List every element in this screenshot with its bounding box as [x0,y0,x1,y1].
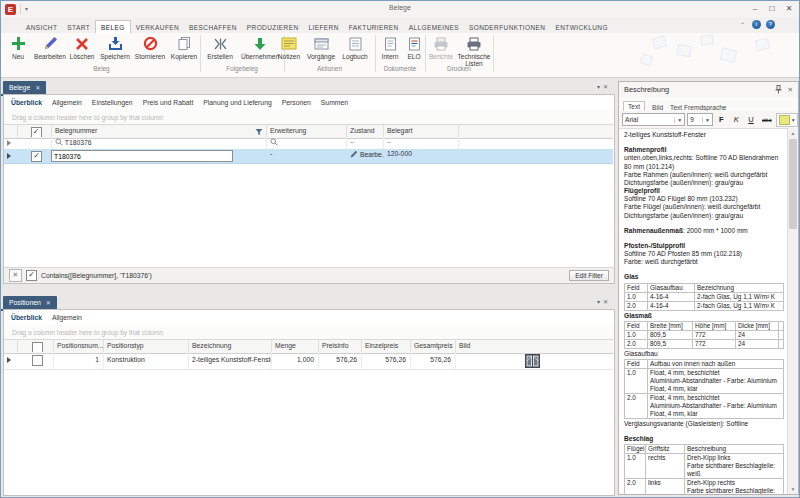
cell-positionstyp[interactable]: Konstruktion [104,352,189,369]
elo-button[interactable]: ELO [403,35,425,60]
positionen-data-row[interactable]: 1 Konstruktion 2-teiliges Kunststoff-Fen… [4,352,613,370]
scroll-up-icon[interactable]: ▲ [788,128,798,138]
ribbon-tab-verkaufen[interactable]: VERKAUFEN [131,21,184,33]
subtab-allgemein[interactable]: Allgemein [52,99,82,106]
subtab-summen[interactable]: Summen [321,99,348,106]
scrollbar-thumb[interactable] [789,139,797,229]
tabstrip-dropdown-icon[interactable]: ▾✕ [597,298,611,305]
maximize-button[interactable]: ☐ [764,2,780,15]
filter-cell-belegart[interactable]: – [384,137,459,149]
ribbon-tab-liefern[interactable]: LIEFERN [304,21,344,33]
cell-einzelpreis[interactable]: 576,26 [362,352,411,369]
edit-filter-button[interactable]: Edit Filter [569,270,609,281]
column-header-belegnummer[interactable]: Belegnummer [52,125,267,137]
collapse-ribbon-icon[interactable]: ⌃ [740,21,745,28]
select-all-column-header[interactable]: ✓ [18,125,52,137]
ribbon-tab-fakturieren[interactable]: FAKTURIEREN [344,21,404,33]
column-header-bezeichnung[interactable]: Bezeichnung [189,340,272,352]
bearbeiten-button[interactable]: Bearbeiten [33,35,67,60]
ribbon-tab-start[interactable]: START [62,21,95,33]
belegnummer-editor-input[interactable] [51,150,233,162]
speichern-button[interactable]: Speichern [97,35,133,60]
font-family-combo[interactable]: Arial ▼ [622,113,685,126]
group-by-panel[interactable]: Drag a column header here to group by th… [4,110,614,125]
column-header-positionsnummer[interactable]: Positionsnum... [54,340,104,352]
document-tab-belege[interactable]: Belege ✕ [3,81,46,94]
subtab-allgemein[interactable]: Allgemein [52,314,82,321]
subtab-planung-und-lieferung[interactable]: Planung und Lieferung [203,99,271,106]
ribbon-tab-produzieren[interactable]: PRODUZIEREN [242,21,304,33]
subtab-preis-und-rabatt[interactable]: Preis und Rabatt [143,99,194,106]
italic-button[interactable]: K [730,113,743,127]
loeschen-button[interactable]: Löschen [67,35,97,60]
tab-bild[interactable]: Bild [652,104,663,111]
column-header-gesamtpreis[interactable]: Gesamtpreis [411,340,456,352]
cell-erweiterung[interactable]: - [267,149,347,163]
group-by-panel[interactable]: Drag a column header here to group by th… [4,325,614,340]
column-header-positionstyp[interactable]: Positionstyp [104,340,189,352]
cell-positionsnummer[interactable]: 1 [54,352,104,369]
column-header-zustand[interactable]: Zustand [347,125,384,137]
cell-menge[interactable]: 1,000 [272,352,319,369]
column-header-belegart[interactable]: Belegart [384,125,459,137]
cell-gesamtpreis[interactable]: 576,26 [411,352,456,369]
cell-bild[interactable] [456,352,613,369]
logbuch-button[interactable]: Logbuch [339,35,371,60]
kopieren-button[interactable]: Kopieren [167,35,201,60]
filter-enabled-checkbox[interactable]: ✓ [26,270,37,281]
tab-text-fremdsprache[interactable]: Text Fremdsprache [670,104,726,111]
close-tab-icon[interactable]: ✕ [35,84,40,91]
richtext-content[interactable]: 2-teiliges Kunststoff-Fenster Rahmenprof… [619,128,788,494]
help-badge[interactable]: ? [766,20,775,29]
ribbon-tab-beleg[interactable]: BELEG [95,20,131,33]
minimize-button[interactable]: – [747,2,763,15]
subtab-einstellungen[interactable]: Einstellungen [92,99,133,106]
close-button[interactable]: ✕ [781,2,797,15]
info-badge[interactable]: i [752,20,761,29]
column-header-einzelpreis[interactable]: Einzelpreis [362,340,411,352]
bold-button[interactable]: F [715,113,728,127]
subtab-ueberblick[interactable]: Überblick [11,99,42,106]
ribbon-tab-beschaffen[interactable]: BESCHAFFEN [184,21,242,33]
ribbon-tab-sonderfunktionen[interactable]: SONDERFUNKTIONEN [464,21,550,33]
close-tab-icon[interactable]: ✕ [46,299,51,306]
strikethrough-button[interactable]: abc [759,113,774,127]
font-size-combo[interactable]: 9 ▼ [687,113,713,126]
document-tab-positionen[interactable]: Positionen ✕ [3,296,57,309]
select-all-column-header[interactable] [18,340,54,352]
notizen-button[interactable]: Notizen [273,35,305,60]
ribbon-tab-entwicklung[interactable]: ENTWICKLUNG [550,21,612,33]
column-header-erweiterung[interactable]: Erweiterung [267,125,347,137]
highlight-color-button[interactable]: ▼ [776,113,798,127]
cell-belegart[interactable]: 120-000 [384,149,459,163]
tabstrip-dropdown-icon[interactable]: ▾✕ [597,83,611,90]
vorgaenge-button[interactable]: Vorgänge [305,35,337,60]
underline-button[interactable]: U [745,113,758,127]
neu-button[interactable]: Neu [5,35,31,60]
pin-icon[interactable] [775,85,782,94]
technische-listen-button[interactable]: Technische Listen [455,35,493,68]
cell-bezeichnung[interactable]: 2-teiliges Kunststoff-Fenster [189,352,272,369]
cell-preisinfo[interactable]: 576,26 [319,352,362,369]
intern-button[interactable]: Intern [377,35,403,60]
scroll-down-icon[interactable]: ▼ [788,484,798,494]
remove-filter-button[interactable]: ✕ [9,269,22,282]
filter-cell-zustand[interactable]: – [347,137,384,149]
stornieren-button[interactable]: Stornieren [133,35,167,60]
cell-zustand[interactable]: Bearbe... [347,149,384,163]
subtab-personen[interactable]: Personen [282,99,311,106]
ribbon-tab-allgemeines[interactable]: ALLGEMEINES [404,21,464,33]
belege-data-row[interactable]: ✓ - Bearbe... 120-000 [4,149,613,164]
erstellen-button[interactable]: Erstellen [203,35,237,60]
select-all-checkbox[interactable]: ✓ [31,127,42,137]
select-all-checkbox[interactable] [32,342,43,352]
filter-cell-erweiterung[interactable] [267,137,347,149]
subtab-ueberblick[interactable]: Überblick [11,314,42,321]
close-panel-icon[interactable]: ✕ [788,86,793,94]
berichte-button[interactable]: Berichte [427,35,455,60]
filter-cell-belegnummer[interactable]: T180376 [52,137,267,149]
row-checkbox[interactable]: ✓ [31,151,42,162]
column-header-bild[interactable]: Bild [456,340,613,352]
ribbon-tab-ansicht[interactable]: ANSICHT [21,21,62,33]
scrollbar-vertical[interactable]: ▲ ▼ [787,128,798,494]
